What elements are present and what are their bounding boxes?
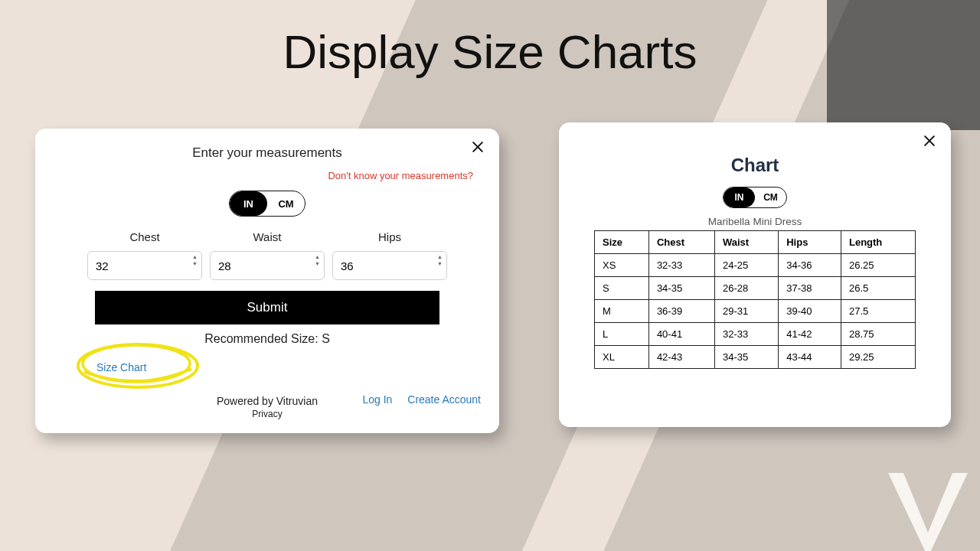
size-chart-link[interactable]: Size Chart	[96, 361, 146, 373]
cell: 26.25	[841, 254, 915, 277]
cell: 39-40	[779, 300, 841, 323]
cell: 27.5	[841, 300, 915, 323]
dont-know-link[interactable]: Don't know your measurements?	[54, 170, 481, 181]
unit-toggle[interactable]: IN CM	[229, 191, 305, 217]
unit-in-button[interactable]: IN	[724, 187, 755, 207]
cell: 34-35	[714, 346, 778, 369]
header-waist: Waist	[714, 231, 778, 254]
waist-input[interactable]	[210, 251, 325, 280]
unit-cm-button[interactable]: CM	[267, 191, 305, 216]
cell: 34-36	[779, 254, 841, 277]
waist-label: Waist	[210, 230, 325, 243]
cell: 26.5	[841, 277, 915, 300]
chest-stepper[interactable]: ▲▼	[192, 254, 198, 266]
table-row: M 36-39 29-31 39-40 27.5	[595, 300, 916, 323]
size-chart-table: Size Chest Waist Hips Length XS 32-33 24…	[594, 230, 916, 369]
table-row: XS 32-33 24-25 34-36 26.25	[595, 254, 916, 277]
cell: 41-42	[779, 323, 841, 346]
waist-stepper[interactable]: ▲▼	[315, 254, 320, 266]
table-row: XL 42-43 34-35 43-44 29.25	[595, 346, 916, 369]
close-icon[interactable]	[922, 133, 937, 152]
chest-label: Chest	[87, 230, 202, 243]
cell: 24-25	[714, 254, 778, 277]
privacy-link[interactable]: Privacy	[54, 409, 481, 419]
cell: 26-28	[714, 277, 778, 300]
header-hips: Hips	[779, 231, 841, 254]
unit-cm-button[interactable]: CM	[755, 187, 786, 207]
cell: 34-35	[648, 277, 714, 300]
chart-card: Chart IN CM Maribella Mini Dress Size Ch…	[559, 122, 951, 427]
login-link[interactable]: Log In	[362, 393, 392, 406]
vitruvian-logo-icon	[882, 467, 974, 551]
recommended-size: Recommended Size: S	[54, 332, 481, 346]
header-size: Size	[595, 231, 649, 254]
chart-title: Chart	[573, 155, 937, 176]
table-row: S 34-35 26-28 37-38 26.5	[595, 277, 916, 300]
cell: 29-31	[714, 300, 778, 323]
cell: S	[595, 277, 649, 300]
chest-input[interactable]	[87, 251, 202, 280]
hips-stepper[interactable]: ▲▼	[437, 254, 443, 266]
cell: 42-43	[648, 346, 714, 369]
hips-input[interactable]	[332, 251, 447, 280]
header-chest: Chest	[648, 231, 714, 254]
unit-toggle[interactable]: IN CM	[723, 187, 787, 208]
cell: 32-33	[714, 323, 778, 346]
cell: 29.25	[841, 346, 915, 369]
header-length: Length	[841, 231, 915, 254]
cell: 28.75	[841, 323, 915, 346]
cell: 36-39	[648, 300, 714, 323]
hips-label: Hips	[332, 230, 447, 243]
cell: 32-33	[648, 254, 714, 277]
cell: L	[595, 323, 649, 346]
cell: XS	[595, 254, 649, 277]
submit-button[interactable]: Submit	[95, 291, 439, 324]
measurements-card: Enter your measurements Don't know your …	[35, 129, 499, 433]
cell: M	[595, 300, 649, 323]
cell: XL	[595, 346, 649, 369]
measurements-heading: Enter your measurements	[54, 145, 481, 161]
cell: 37-38	[779, 277, 841, 300]
close-icon[interactable]	[470, 139, 485, 158]
cell: 43-44	[779, 346, 841, 369]
page-title: Display Size Charts	[0, 24, 980, 79]
table-row: L 40-41 32-33 41-42 28.75	[595, 323, 916, 346]
product-name: Maribella Mini Dress	[573, 216, 937, 227]
cell: 40-41	[648, 323, 714, 346]
create-account-link[interactable]: Create Account	[407, 393, 481, 406]
unit-in-button[interactable]: IN	[230, 191, 267, 216]
